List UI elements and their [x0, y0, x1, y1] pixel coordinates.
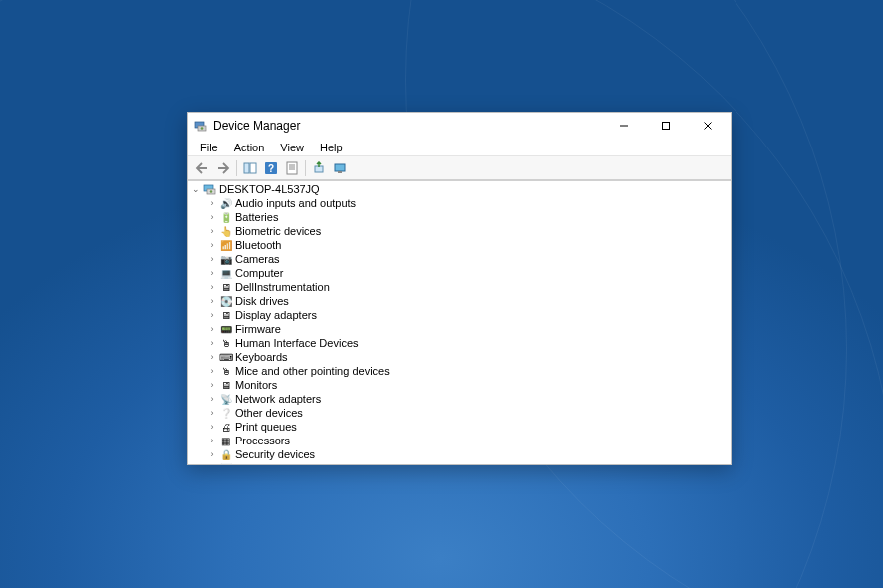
expand-icon[interactable]: ›	[206, 421, 218, 433]
menubar: File Action View Help	[188, 139, 731, 156]
computer-icon	[202, 183, 217, 196]
svg-rect-8	[250, 163, 256, 173]
expand-icon[interactable]: ›	[206, 323, 218, 335]
svg-point-2	[201, 127, 204, 130]
security-icon: 🔒	[218, 448, 233, 461]
svg-point-20	[209, 190, 211, 192]
forward-button[interactable]	[213, 158, 233, 178]
keyboard-icon: ⌨	[218, 351, 233, 364]
svg-rect-7	[244, 163, 249, 173]
tree-item[interactable]: ›🔋Batteries	[188, 210, 731, 224]
biometric-icon: 👆	[218, 225, 233, 238]
tree-item-label: Mice and other pointing devices	[235, 364, 390, 378]
update-driver-button[interactable]	[309, 158, 329, 178]
tree-item[interactable]: ›📟Firmware	[188, 322, 731, 336]
expand-icon[interactable]: ›	[206, 351, 218, 363]
tree-item[interactable]: ›🖨Print queues	[188, 420, 731, 434]
collapse-icon[interactable]: ⌄	[190, 183, 202, 195]
tree-item[interactable]: ›▦Processors	[188, 434, 731, 447]
expand-icon[interactable]: ›	[206, 211, 218, 223]
menu-help[interactable]: Help	[312, 141, 351, 154]
tree-root[interactable]: ⌄DESKTOP-4L537JQ	[188, 182, 731, 196]
svg-rect-17	[338, 171, 342, 173]
expand-icon[interactable]: ›	[206, 281, 218, 293]
audio-icon: 🔊	[218, 197, 233, 210]
disk-icon: 💽	[218, 295, 233, 308]
hid-icon: 🖱	[218, 337, 233, 350]
expand-icon[interactable]: ›	[206, 309, 218, 321]
tree-item[interactable]: ›🖱Human Interface Devices	[188, 336, 731, 350]
tree-item[interactable]: ›🖥Display adapters	[188, 308, 731, 322]
expand-icon[interactable]: ›	[206, 225, 218, 237]
expand-icon[interactable]: ›	[206, 197, 218, 209]
printer-icon: 🖨	[218, 421, 233, 434]
network-icon: 📡	[218, 393, 233, 406]
other-icon: ❔	[218, 407, 233, 420]
expand-icon[interactable]: ›	[206, 295, 218, 307]
toolbar-separator	[305, 160, 306, 176]
menu-file[interactable]: File	[192, 141, 226, 154]
tree-item-label: Computer	[235, 266, 283, 280]
device-tree[interactable]: ⌄DESKTOP-4L537JQ›🔊Audio inputs and outpu…	[188, 181, 731, 464]
tree-item-label: Biometric devices	[235, 224, 321, 238]
svg-text:?: ?	[268, 163, 274, 174]
tree-item-label: Monitors	[235, 378, 277, 392]
titlebar[interactable]: Device Manager	[188, 113, 731, 139]
tree-item[interactable]: ›📶Bluetooth	[188, 238, 731, 252]
tree-item-label: Sensors	[235, 461, 275, 464]
tree-item-label: Disk drives	[235, 294, 289, 308]
tree-item[interactable]: ›🔊Audio inputs and outputs	[188, 196, 731, 210]
firmware-icon: 📟	[218, 323, 233, 336]
tree-item-label: Processors	[235, 434, 290, 447]
svg-rect-4	[663, 123, 670, 130]
maximize-button[interactable]	[645, 113, 687, 139]
tree-item-label: Cameras	[235, 252, 280, 266]
toolbar-separator	[236, 160, 237, 176]
tree-item-label: Firmware	[235, 322, 281, 336]
menu-action[interactable]: Action	[226, 141, 273, 154]
expand-icon[interactable]: ›	[206, 365, 218, 377]
tree-item[interactable]: ›⌨Keyboards	[188, 350, 731, 364]
help-button[interactable]: ?	[261, 158, 281, 178]
tree-item[interactable]: ›🖱Mice and other pointing devices	[188, 364, 731, 378]
tree-item-label: Batteries	[235, 210, 278, 224]
expand-icon[interactable]: ›	[206, 407, 218, 419]
minimize-button[interactable]	[603, 113, 645, 139]
tree-item[interactable]: ›🖥DellInstrumentation	[188, 280, 731, 294]
svg-rect-11	[287, 162, 297, 174]
tree-item-label: Network adapters	[235, 392, 321, 406]
expand-icon[interactable]: ›	[206, 267, 218, 279]
tree-item[interactable]: ›🖥Monitors	[188, 378, 731, 392]
tree-item[interactable]: ›👆Biometric devices	[188, 224, 731, 238]
expand-icon[interactable]: ›	[206, 239, 218, 251]
close-button[interactable]	[687, 113, 729, 139]
tree-item-label: Print queues	[235, 420, 297, 434]
expand-icon[interactable]: ›	[206, 435, 218, 446]
tree-item[interactable]: ›📷Cameras	[188, 252, 731, 266]
tree-item-label: Bluetooth	[235, 238, 281, 252]
properties-button[interactable]	[282, 158, 302, 178]
menu-view[interactable]: View	[272, 141, 312, 154]
tree-item-label: Audio inputs and outputs	[235, 196, 356, 210]
tree-item-label: Keyboards	[235, 350, 288, 364]
expand-icon[interactable]: ›	[206, 462, 218, 464]
expand-icon[interactable]: ›	[206, 253, 218, 265]
tree-item[interactable]: ›📊Sensors	[188, 461, 731, 464]
toolbar: ?	[188, 156, 731, 180]
expand-icon[interactable]: ›	[206, 337, 218, 349]
expand-icon[interactable]: ›	[206, 379, 218, 391]
show-hide-console-tree-button[interactable]	[240, 158, 260, 178]
tree-item[interactable]: ›💻Computer	[188, 266, 731, 280]
tree-item[interactable]: ›❔Other devices	[188, 406, 731, 420]
back-button[interactable]	[192, 158, 212, 178]
tree-item-label: Display adapters	[235, 308, 317, 322]
scan-hardware-button[interactable]	[330, 158, 350, 178]
tree-item[interactable]: ›💽Disk drives	[188, 294, 731, 308]
tree-item[interactable]: ›🔒Security devices	[188, 447, 731, 461]
expand-icon[interactable]: ›	[206, 448, 218, 460]
expand-icon[interactable]: ›	[206, 393, 218, 405]
svg-rect-16	[335, 164, 345, 171]
tree-item[interactable]: ›📡Network adapters	[188, 392, 731, 406]
bluetooth-icon: 📶	[218, 239, 233, 252]
device-manager-window: Device Manager File Action View Help	[187, 112, 732, 465]
